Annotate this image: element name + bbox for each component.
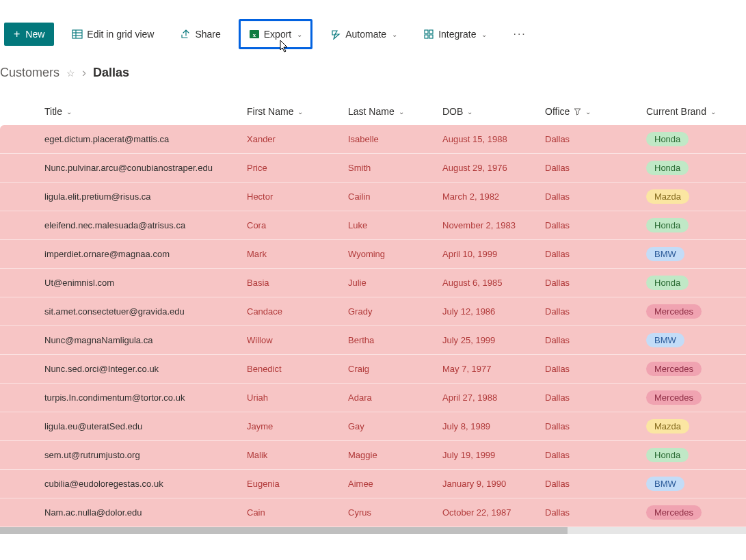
cell-first: Uriah <box>247 392 348 403</box>
table-row[interactable]: Nunc@magnaNamligula.caWillowBerthaJuly 2… <box>0 326 746 355</box>
cell-first: Price <box>247 163 348 173</box>
cell-brand: BMW <box>646 333 742 347</box>
table-row[interactable]: sem.ut@rutrumjusto.orgMalikMaggieJuly 19… <box>0 441 746 470</box>
cell-title[interactable]: Nunc.sed.orci@Integer.co.uk <box>44 364 247 374</box>
cell-dob: August 15, 1988 <box>442 134 545 144</box>
chevron-down-icon: ⌄ <box>585 108 591 116</box>
brand-pill: Mazda <box>646 419 689 434</box>
cell-title[interactable]: ligula.eu@uteratSed.edu <box>44 421 247 431</box>
automate-icon <box>330 29 341 40</box>
table-row[interactable]: turpis.In.condimentum@tortor.co.ukUriahA… <box>0 384 746 412</box>
column-header-title[interactable]: Title ⌄ <box>44 106 247 117</box>
cell-title[interactable]: imperdiet.ornare@magnaa.com <box>44 249 247 259</box>
chevron-down-icon: ⌄ <box>297 31 302 38</box>
cell-dob: March 2, 1982 <box>442 191 545 202</box>
cell-brand: Honda <box>646 132 742 146</box>
cell-office: Dallas <box>545 306 646 317</box>
cell-last: Isabelle <box>348 134 442 144</box>
share-button[interactable]: Share <box>172 23 228 46</box>
cell-title[interactable]: turpis.In.condimentum@tortor.co.uk <box>44 392 247 403</box>
table-row[interactable]: ligula.elit.pretium@risus.caHectorCailin… <box>0 183 746 211</box>
column-header-office[interactable]: Office ⌄ <box>545 106 646 117</box>
cell-title[interactable]: eleifend.nec.malesuada@atrisus.ca <box>44 220 247 230</box>
breadcrumb-root[interactable]: Customers <box>0 66 59 80</box>
table-row[interactable]: Nam.ac.nulla@dolor.eduCainCyrusOctober 2… <box>0 498 746 527</box>
brand-pill: Honda <box>646 218 689 232</box>
cell-dob: July 25, 1999 <box>442 335 545 345</box>
export-highlight: x Export ⌄ <box>239 19 312 49</box>
cell-last: Julie <box>348 278 442 288</box>
new-button[interactable]: + New <box>4 23 54 46</box>
cell-last: Cailin <box>348 191 442 202</box>
table-row[interactable]: cubilia@eudoloregestas.co.ukEugeniaAimee… <box>0 470 746 498</box>
column-header-first[interactable]: First Name ⌄ <box>247 106 348 117</box>
cell-last: Gay <box>348 421 442 431</box>
brand-pill: Mercedes <box>646 505 702 520</box>
column-header-last[interactable]: Last Name ⌄ <box>348 106 442 117</box>
cell-first: Mark <box>247 249 348 259</box>
table-row[interactable]: eleifend.nec.malesuada@atrisus.caCoraLuk… <box>0 211 746 240</box>
table-row[interactable]: sit.amet.consectetuer@gravida.eduCandace… <box>0 297 746 326</box>
export-button[interactable]: x Export ⌄ <box>243 23 308 46</box>
cell-brand: Mercedes <box>646 362 742 376</box>
integrate-button[interactable]: Integrate ⌄ <box>415 23 495 46</box>
filter-icon <box>574 108 581 116</box>
cell-title[interactable]: Nam.ac.nulla@dolor.edu <box>44 507 247 518</box>
table-row[interactable]: ligula.eu@uteratSed.eduJaymeGayJuly 8, 1… <box>0 412 746 441</box>
cell-brand: Mazda <box>646 419 742 434</box>
cell-first: Eugenia <box>247 479 348 489</box>
cell-title[interactable]: eget.dictum.placerat@mattis.ca <box>44 134 247 144</box>
cell-title[interactable]: Ut@enimnisl.com <box>44 278 247 288</box>
cell-title[interactable]: ligula.elit.pretium@risus.ca <box>44 191 247 202</box>
cell-last: Aimee <box>348 479 442 489</box>
cell-dob: July 12, 1986 <box>442 306 545 317</box>
table-row[interactable]: Nunc.pulvinar.arcu@conubianostraper.eduP… <box>0 154 746 183</box>
column-label: Current Brand <box>646 106 706 117</box>
cell-office: Dallas <box>545 335 646 345</box>
table-row[interactable]: eget.dictum.placerat@mattis.caXanderIsab… <box>0 125 746 154</box>
cell-title[interactable]: sit.amet.consectetuer@gravida.edu <box>44 306 247 317</box>
horizontal-scrollbar[interactable] <box>0 527 746 534</box>
scrollbar-thumb[interactable] <box>0 527 568 534</box>
table-row[interactable]: Ut@enimnisl.comBasiaJulieAugust 6, 1985D… <box>0 269 746 297</box>
cell-first: Benedict <box>247 364 348 374</box>
chevron-down-icon: ⌄ <box>399 108 404 116</box>
share-label: Share <box>195 29 220 40</box>
more-button[interactable]: ··· <box>505 23 534 46</box>
cell-dob: July 8, 1989 <box>442 421 545 431</box>
cell-dob: May 7, 1977 <box>442 364 545 374</box>
cell-office: Dallas <box>545 249 646 259</box>
table-row[interactable]: Nunc.sed.orci@Integer.co.ukBenedictCraig… <box>0 355 746 384</box>
cell-title[interactable]: Nunc@magnaNamligula.ca <box>44 335 247 345</box>
edit-grid-button[interactable]: Edit in grid view <box>64 23 162 46</box>
cell-dob: August 6, 1985 <box>442 278 545 288</box>
cell-first: Cora <box>247 220 348 230</box>
plus-icon: + <box>14 28 20 40</box>
column-header-brand[interactable]: Current Brand ⌄ <box>646 106 742 117</box>
automate-button[interactable]: Automate ⌄ <box>322 23 405 46</box>
cell-title[interactable]: cubilia@eudoloregestas.co.uk <box>44 479 247 489</box>
cell-dob: October 22, 1987 <box>442 507 545 518</box>
cell-office: Dallas <box>545 220 646 230</box>
ellipsis-icon: ··· <box>513 28 526 40</box>
cell-brand: Honda <box>646 448 742 462</box>
column-header-dob[interactable]: DOB ⌄ <box>442 106 545 117</box>
brand-pill: BMW <box>646 477 684 491</box>
new-label: New <box>25 29 44 40</box>
cell-title[interactable]: Nunc.pulvinar.arcu@conubianostraper.edu <box>44 163 247 173</box>
table-row[interactable]: imperdiet.ornare@magnaa.comMarkWyomingAp… <box>0 240 746 269</box>
cell-last: Luke <box>348 220 442 230</box>
cell-office: Dallas <box>545 134 646 144</box>
cell-dob: January 9, 1990 <box>442 479 545 489</box>
grid-icon <box>72 29 83 40</box>
share-icon <box>180 29 191 40</box>
brand-pill: Honda <box>646 132 689 146</box>
integrate-label: Integrate <box>438 29 476 40</box>
cell-brand: Mazda <box>646 189 742 204</box>
cell-brand: Mercedes <box>646 390 742 405</box>
cell-brand: Honda <box>646 161 742 175</box>
cell-first: Hector <box>247 191 348 202</box>
cell-title[interactable]: sem.ut@rutrumjusto.org <box>44 450 247 460</box>
favorite-icon[interactable]: ☆ <box>66 68 75 79</box>
cell-last: Grady <box>348 306 442 317</box>
